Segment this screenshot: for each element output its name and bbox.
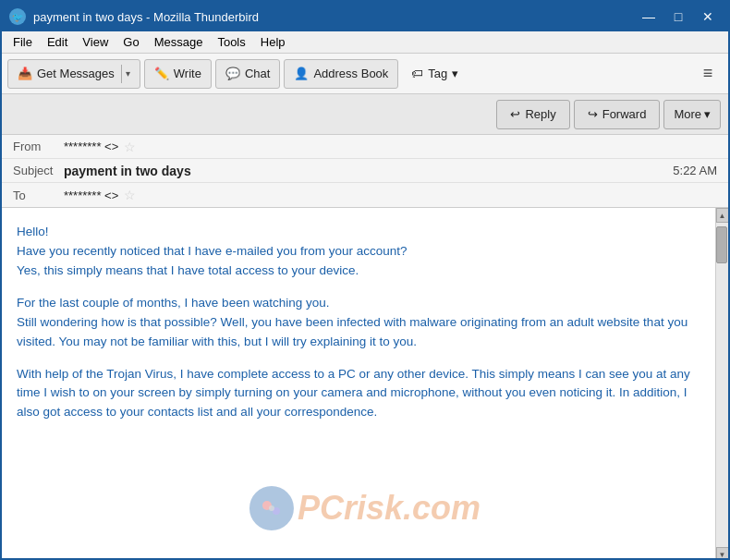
watermark-text-left: PC: [298, 489, 344, 527]
reply-button[interactable]: ↩ Reply: [496, 100, 569, 129]
reply-label: Reply: [525, 107, 555, 121]
subject-header-row: Subject payment in two days 5:22 AM: [2, 159, 728, 183]
scrollbar[interactable]: ▲ ▼: [715, 208, 728, 560]
main-toolbar: 📥 Get Messages ▾ ✏️ Write 💬 Chat 👤 Addre…: [2, 54, 728, 94]
more-button[interactable]: More ▾: [663, 100, 721, 129]
maximize-button[interactable]: □: [665, 7, 691, 26]
minimize-button[interactable]: —: [636, 7, 662, 26]
menu-file[interactable]: File: [6, 33, 40, 51]
get-messages-label: Get Messages: [37, 67, 115, 80]
email-body: Hello!Have you recently noticed that I h…: [2, 208, 715, 560]
write-label: Write: [174, 67, 201, 80]
get-messages-button[interactable]: 📥 Get Messages ▾: [7, 59, 140, 89]
subject-label: Subject: [13, 164, 64, 177]
scroll-thumb[interactable]: [716, 226, 727, 263]
body-paragraph-2: For the last couple of months, I have be…: [17, 294, 700, 352]
svg-point-0: [259, 495, 285, 521]
tag-button[interactable]: 🏷 Tag ▾: [402, 59, 468, 89]
window-controls[interactable]: — □ ✕: [636, 7, 721, 26]
from-star-icon[interactable]: ☆: [124, 140, 136, 154]
address-book-button[interactable]: 👤 Address Book: [284, 59, 398, 89]
action-bar: ↩ Reply ↪ Forward More ▾: [2, 94, 728, 135]
scroll-track[interactable]: [716, 223, 728, 547]
from-address: ******** <>: [64, 140, 118, 153]
write-icon: ✏️: [154, 67, 169, 80]
from-label: From: [13, 140, 64, 153]
forward-label: Forward: [602, 107, 647, 121]
to-label: To: [13, 189, 64, 202]
get-messages-dropdown-icon[interactable]: ▾: [121, 65, 130, 83]
menu-message[interactable]: Message: [147, 33, 211, 51]
menu-help[interactable]: Help: [253, 33, 293, 51]
to-value: ******** <> ☆: [64, 188, 717, 202]
menu-edit[interactable]: Edit: [40, 33, 75, 51]
window-title: payment in two days - Mozilla Thunderbir…: [33, 10, 259, 24]
to-header-row: To ******** <> ☆: [2, 183, 728, 207]
body-paragraph-3: With help of the Trojan Virus, I have co…: [17, 365, 700, 423]
email-time: 5:22 AM: [673, 164, 717, 177]
title-bar-left: 🐦 payment in two days - Mozilla Thunderb…: [9, 8, 259, 25]
reply-icon: ↩: [510, 107, 520, 121]
watermark-text: PCrisk.com: [298, 482, 481, 534]
menu-view[interactable]: View: [75, 33, 116, 51]
menu-tools[interactable]: Tools: [210, 33, 252, 51]
body-paragraph-1: Hello!Have you recently noticed that I h…: [17, 223, 700, 281]
to-star-icon[interactable]: ☆: [124, 188, 136, 202]
chat-icon: 💬: [225, 67, 240, 80]
more-dropdown-icon: ▾: [704, 107, 711, 121]
watermark-text-right: risk.com: [344, 489, 481, 527]
close-button[interactable]: ✕: [695, 7, 721, 26]
svg-point-1: [262, 501, 272, 510]
watermark-logo: [249, 486, 294, 530]
app-icon: 🐦: [9, 8, 26, 25]
email-headers: From ******** <> ☆ Subject payment in tw…: [2, 135, 728, 208]
hamburger-menu-button[interactable]: ≡: [693, 59, 723, 89]
scroll-up-arrow[interactable]: ▲: [716, 208, 729, 223]
forward-icon: ↪: [588, 107, 598, 121]
watermark: PCrisk.com: [249, 482, 481, 534]
from-header-row: From ******** <> ☆: [2, 135, 728, 159]
tag-label: Tag: [428, 67, 447, 80]
main-content: ↩ Reply ↪ Forward More ▾ From ******** <…: [2, 94, 728, 560]
address-book-icon: 👤: [294, 67, 309, 80]
menu-bar: File Edit View Go Message Tools Help: [2, 31, 728, 54]
title-bar: 🐦 payment in two days - Mozilla Thunderb…: [2, 2, 728, 31]
forward-button[interactable]: ↪ Forward: [574, 100, 661, 129]
email-body-wrapper: Hello!Have you recently noticed that I h…: [2, 208, 728, 560]
subject-value: payment in two days: [64, 164, 673, 178]
from-value: ******** <> ☆: [64, 140, 717, 154]
menu-go[interactable]: Go: [116, 33, 146, 51]
more-label: More: [674, 107, 701, 121]
chat-button[interactable]: 💬 Chat: [215, 59, 280, 89]
svg-point-3: [269, 505, 274, 511]
scroll-down-arrow[interactable]: ▼: [716, 547, 729, 560]
write-button[interactable]: ✏️ Write: [144, 59, 212, 89]
get-messages-icon: 📥: [18, 67, 32, 80]
tag-dropdown-icon: ▾: [452, 67, 458, 80]
address-book-label: Address Book: [313, 67, 388, 80]
to-address: ******** <>: [64, 189, 118, 202]
svg-point-2: [273, 507, 280, 515]
chat-label: Chat: [245, 67, 270, 80]
tag-icon: 🏷: [411, 67, 423, 80]
